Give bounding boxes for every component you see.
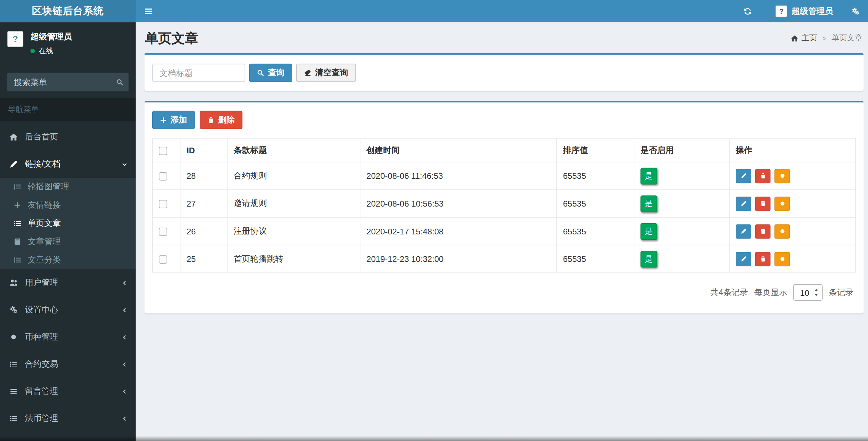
select-all-checkbox[interactable] xyxy=(159,147,167,155)
edit-button[interactable] xyxy=(736,224,751,238)
pencil-icon xyxy=(741,200,747,207)
submenu-links-docs: 轮播图管理 友情链接 单页文章 文章管理 xyxy=(0,178,136,269)
gears-icon xyxy=(8,306,19,314)
online-status-label: 在线 xyxy=(39,46,53,56)
sidebar-search xyxy=(7,73,129,92)
circle-action-button[interactable] xyxy=(775,252,790,266)
row-checkbox[interactable] xyxy=(159,200,167,208)
sidebar-item-friend-links[interactable]: 友情链接 xyxy=(0,196,136,214)
sidebar-menu: 后台首页 链接/文档 轮播图管理 友情链接 xyxy=(0,121,136,441)
sidebar-item-label: 设置中心 xyxy=(25,305,115,315)
sidebar-item-carousel[interactable]: 轮播图管理 xyxy=(0,178,136,196)
trash-icon xyxy=(208,117,214,123)
delete-button-label: 删除 xyxy=(218,115,235,125)
add-button[interactable]: 添加 xyxy=(152,111,195,129)
circle-action-button[interactable] xyxy=(775,196,790,211)
content-area: 单页文章 主页 > 单页文章 查询 清空查询 xyxy=(136,22,868,441)
trash-icon xyxy=(760,228,766,234)
page-size-value: 10 xyxy=(800,288,809,297)
sidebar-item-label: 轮播图管理 xyxy=(28,182,128,192)
sidebar-avatar: ? xyxy=(7,31,23,47)
table-header-row: ID 条款标题 创建时间 排序值 是否启用 操作 xyxy=(153,139,855,162)
users-icon xyxy=(8,279,19,287)
delete-button[interactable] xyxy=(755,196,771,211)
sidebar-item-label: 友情链接 xyxy=(28,200,128,210)
column-header-enabled: 是否启用 xyxy=(634,139,729,162)
sidebar-user-name: 超级管理员 xyxy=(31,32,72,42)
column-header-id: ID xyxy=(180,139,227,162)
sidebar-item-dashboard[interactable]: 后台首页 xyxy=(0,123,136,151)
sidebar-item-label: 留言管理 xyxy=(25,386,115,397)
sidebar-item-fiat-management[interactable]: 法币管理 xyxy=(0,405,136,432)
table-toolbar: 添加 删除 xyxy=(152,111,856,129)
sidebar-item-user-management[interactable]: 用户管理 xyxy=(0,269,136,296)
clear-query-button[interactable]: 清空查询 xyxy=(296,64,356,82)
sidebar-item-article-management[interactable]: 文章管理 xyxy=(0,233,136,251)
doc-title-search-input[interactable] xyxy=(152,64,245,82)
enabled-toggle-button[interactable]: 是 xyxy=(640,251,657,267)
sidebar-toggle-button[interactable] xyxy=(136,0,161,22)
edit-button[interactable] xyxy=(736,252,751,266)
sidebar-item-label: 文章分类 xyxy=(28,255,128,265)
bars-icon xyxy=(8,388,19,395)
eraser-icon xyxy=(304,69,311,76)
user-menu[interactable]: ? 超级管理员 xyxy=(760,0,843,22)
delete-selected-button[interactable]: 删除 xyxy=(200,111,242,129)
cell-created: 2020-02-17 15:48:08 xyxy=(360,217,557,245)
table-box: 添加 删除 ID 条款标题 xyxy=(144,101,864,313)
query-button[interactable]: 查询 xyxy=(249,64,292,82)
sidebar-item-coin-management[interactable]: 币种管理 xyxy=(0,323,136,350)
sidebar-item-message-management[interactable]: 留言管理 xyxy=(0,378,136,405)
sidebar-item-settings-center[interactable]: 设置中心 xyxy=(0,296,136,323)
sidebar-item-label: 合约交易 xyxy=(25,359,115,369)
delete-button[interactable] xyxy=(755,252,771,266)
app-logo[interactable]: 区块链后台系统 xyxy=(0,0,136,22)
trash-icon xyxy=(760,200,766,207)
edit-button[interactable] xyxy=(736,196,751,211)
enabled-toggle-button[interactable]: 是 xyxy=(640,195,657,212)
enabled-toggle-button[interactable]: 是 xyxy=(640,223,657,239)
sidebar-item-links-docs[interactable]: 链接/文档 xyxy=(0,151,136,178)
chevron-down-icon xyxy=(121,161,128,168)
circle-icon xyxy=(780,173,786,179)
menu-search-button[interactable] xyxy=(110,73,129,92)
home-icon xyxy=(791,35,798,42)
circle-icon xyxy=(8,333,19,341)
cell-created: 2019-12-23 10:32:00 xyxy=(360,245,557,273)
enabled-toggle-button[interactable]: 是 xyxy=(640,168,657,184)
circle-icon xyxy=(780,256,786,262)
sidebar-item-label: 后台首页 xyxy=(25,132,128,142)
page-size-select[interactable]: 10 xyxy=(793,284,823,301)
sidebar-item-label: 法币管理 xyxy=(25,413,115,424)
breadcrumb-home-link[interactable]: 主页 xyxy=(791,33,817,43)
cell-id: 26 xyxy=(180,217,227,245)
delete-button[interactable] xyxy=(755,169,771,183)
trash-icon xyxy=(760,173,766,179)
row-checkbox[interactable] xyxy=(159,255,167,264)
total-records-label: 共4条记录 xyxy=(710,287,748,298)
delete-button[interactable] xyxy=(755,224,771,238)
sidebar-item-article-category[interactable]: 文章分类 xyxy=(0,251,136,269)
list-icon xyxy=(8,361,19,368)
row-checkbox[interactable] xyxy=(159,172,167,180)
sidebar-item-finance-log-management[interactable]: 财务日志管理 xyxy=(0,432,136,441)
gears-icon xyxy=(851,7,860,15)
row-checkbox[interactable] xyxy=(159,228,167,236)
articles-table: ID 条款标题 创建时间 排序值 是否启用 操作 28 合约规则 xyxy=(152,138,856,273)
settings-button[interactable] xyxy=(843,0,868,22)
sidebar-item-contract-trading[interactable]: 合约交易 xyxy=(0,350,136,378)
column-header-actions: 操作 xyxy=(729,139,855,162)
cell-title: 注册协议 xyxy=(227,217,360,245)
breadcrumb-current: 单页文章 xyxy=(831,33,862,43)
list-icon xyxy=(12,256,23,264)
sidebar-item-single-page-article[interactable]: 单页文章 xyxy=(0,214,136,233)
navbar: ? 超级管理员 xyxy=(136,0,868,22)
circle-action-button[interactable] xyxy=(775,224,790,238)
per-page-label: 每页显示 xyxy=(754,287,787,298)
refresh-button[interactable] xyxy=(735,0,760,22)
edit-button[interactable] xyxy=(736,169,751,183)
trash-icon xyxy=(760,256,766,262)
cell-title: 首页轮播跳转 xyxy=(227,245,360,273)
sidebar-section-label: 导航菜单 xyxy=(0,98,136,121)
circle-action-button[interactable] xyxy=(775,169,790,183)
